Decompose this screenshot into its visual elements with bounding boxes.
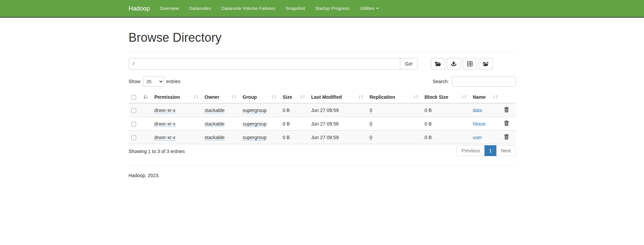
brand-hadoop[interactable]: Hadoop (129, 0, 155, 17)
row-checkbox[interactable] (131, 135, 136, 140)
header-group[interactable]: Group↓↑ (240, 91, 280, 103)
page-number-button[interactable]: 1 (484, 145, 497, 156)
title-divider (129, 51, 516, 52)
size-value: 0 B (283, 121, 290, 127)
header-owner[interactable]: Owner↓↑ (202, 91, 240, 103)
nav-item-utilities-dropdown[interactable]: Utilities (355, 0, 384, 17)
size-value: 0 B (283, 135, 290, 140)
header-permission-label: Permission (154, 94, 180, 100)
row-checkbox[interactable] (131, 108, 136, 113)
header-last-modified-label: Last Modified (311, 94, 342, 100)
directory-actions (431, 58, 493, 70)
header-select-all[interactable] (129, 91, 152, 103)
chevron-down-icon (376, 8, 379, 9)
last-modified-value: Jun 27 09:59 (311, 108, 339, 113)
previous-page-button[interactable]: Previous (457, 145, 484, 156)
nav-item-snapshot[interactable]: Snapshot (280, 0, 310, 17)
delete-button[interactable] (504, 107, 509, 113)
group-value[interactable]: supergroup (243, 121, 267, 127)
table-row: drwxr-xr-x stackable supergroup 0 B Jun … (129, 131, 516, 144)
header-name[interactable]: Name↓↑ (470, 91, 501, 103)
next-page-button[interactable]: Next (496, 145, 516, 156)
page-size-select[interactable]: 25 (143, 76, 164, 87)
replication-value[interactable]: 0 (370, 135, 372, 140)
footer-text: Hadoop, 2023. (129, 173, 516, 178)
sort-both-icon: ↓↑ (231, 94, 237, 99)
sort-both-icon: ↓↑ (193, 94, 199, 99)
nav-item-datanodes[interactable]: Datanodes (184, 0, 216, 17)
size-value: 0 B (283, 108, 290, 113)
last-modified-value: Jun 27 09:56 (311, 121, 339, 127)
permission-value[interactable]: drwxr-xr-x (154, 135, 176, 140)
sort-both-icon: ↓↑ (299, 94, 306, 99)
replication-value[interactable]: 0 (370, 121, 372, 127)
show-label: Show (129, 79, 141, 84)
header-name-label: Name (473, 94, 486, 100)
trash-icon (504, 108, 509, 113)
block-size-value: 0 B (425, 108, 432, 113)
trash-icon (504, 122, 509, 127)
top-navbar: Hadoop Overview Datanodes Datanode Volum… (0, 0, 644, 18)
table-header-row: Permission↓↑ Owner↓↑ Group↓↑ Size↓↑ Last… (129, 91, 516, 103)
list-alt-icon (467, 61, 473, 67)
header-permission[interactable]: Permission↓↑ (152, 91, 202, 103)
owner-value[interactable]: stackable (205, 121, 225, 127)
select-all-checkbox[interactable] (131, 95, 136, 100)
create-directory-button[interactable] (431, 58, 445, 70)
nav-item-startup-progress[interactable]: Startup Progress (310, 0, 354, 17)
owner-value[interactable]: stackable (205, 135, 225, 140)
sort-both-icon: ↓↑ (413, 94, 419, 99)
nav-item-overview[interactable]: Overview (155, 0, 184, 17)
nav-item-datanode-volume-failures[interactable]: Datanode Volume Failures (216, 0, 280, 17)
search-input[interactable] (452, 76, 516, 87)
page-title: Browse Directory (129, 31, 516, 45)
table-row: drwxr-xr-x stackable supergroup 0 B Jun … (129, 103, 516, 117)
block-size-value: 0 B (425, 121, 432, 127)
permission-value[interactable]: drwxr-xr-x (154, 121, 176, 127)
set-quota-button[interactable] (463, 58, 477, 70)
go-button[interactable]: Go! (400, 58, 418, 70)
header-last-modified[interactable]: Last Modified↓↑ (309, 91, 367, 103)
delete-button[interactable] (504, 120, 509, 127)
header-actions (501, 91, 516, 103)
replication-value[interactable]: 0 (370, 108, 372, 113)
header-block-size[interactable]: Block Size↓↑ (422, 91, 470, 103)
row-checkbox[interactable] (131, 122, 136, 127)
sort-both-icon: ↓↑ (358, 94, 364, 99)
folder-open-icon (435, 61, 441, 67)
sort-both-icon: ↓↑ (461, 94, 467, 99)
group-value[interactable]: supergroup (243, 135, 267, 140)
table-controls: Show 25 entries Search: (129, 76, 516, 87)
upload-icon (451, 61, 457, 67)
pagination: Previous 1 Next (457, 145, 515, 156)
path-bar: Go! (129, 58, 516, 70)
footer-divider (129, 166, 516, 166)
move-to-trash-toggle-button[interactable] (479, 58, 493, 70)
table-row: drwxr-xr-x stackable supergroup 0 B Jun … (129, 117, 516, 131)
entries-label: entries (166, 79, 181, 84)
trash-icon (504, 135, 509, 140)
header-replication[interactable]: Replication↓↑ (367, 91, 422, 103)
owner-value[interactable]: stackable (205, 108, 225, 113)
last-modified-value: Jun 27 09:59 (311, 135, 339, 140)
group-value[interactable]: supergroup (243, 108, 267, 113)
header-owner-label: Owner (205, 94, 220, 100)
header-replication-label: Replication (370, 94, 395, 100)
directory-link[interactable]: user (473, 135, 482, 140)
directory-link[interactable]: data (473, 108, 482, 113)
sort-both-icon: ↓↑ (492, 94, 499, 99)
directory-table: Permission↓↑ Owner↓↑ Group↓↑ Size↓↑ Last… (129, 91, 516, 144)
sort-amount-asc-icon (143, 94, 149, 99)
directory-link[interactable]: hbase (473, 121, 486, 127)
header-size-label: Size (283, 94, 292, 100)
directory-path-input[interactable] (129, 58, 400, 70)
delete-button[interactable] (504, 134, 509, 140)
block-size-value: 0 B (425, 135, 432, 140)
header-block-size-label: Block Size (425, 94, 448, 100)
upload-files-button[interactable] (447, 58, 461, 70)
entries-info: Showing 1 to 3 of 3 entries (129, 145, 185, 154)
sort-both-icon: ↓↑ (271, 94, 277, 99)
header-group-label: Group (243, 94, 257, 100)
header-size[interactable]: Size↓↑ (280, 91, 309, 103)
permission-value[interactable]: drwxr-xr-x (154, 108, 176, 113)
